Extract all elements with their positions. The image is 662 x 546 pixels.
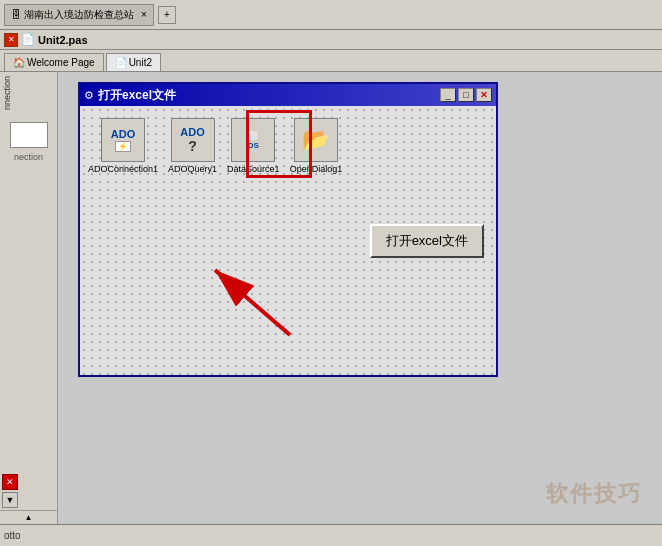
welcome-tab-icon: 🏠 — [13, 57, 25, 68]
dialog-min-btn[interactable]: _ — [440, 88, 456, 102]
dialog-max-btn[interactable]: □ — [458, 88, 474, 102]
tab-unit2[interactable]: 📄 Unit2 — [106, 53, 161, 71]
adoconnection-icon: ADO ⚡ — [101, 118, 145, 162]
dialog-open-button[interactable]: 打开excel文件 — [370, 224, 484, 258]
ide-title-icon: 📄 — [21, 33, 35, 46]
status-label: otto — [4, 530, 21, 541]
welcome-tab-label: Welcome Page — [27, 57, 95, 68]
dialog-close-btn[interactable]: ✕ — [476, 88, 492, 102]
adoquery-label: ADOQuery1 — [168, 164, 217, 174]
unit2-tab-label: Unit2 — [129, 57, 152, 68]
connection-box — [10, 122, 48, 148]
dialog-surface: ADO ⚡ ADOConnection1 ADO ? ADOQuery1 — [80, 106, 496, 375]
unit2-tab-icon: 📄 — [115, 57, 127, 68]
ide-close-icon[interactable]: ✕ — [4, 33, 18, 47]
component-adoquery[interactable]: ADO ? ADOQuery1 — [168, 118, 217, 174]
dialog-titlebar[interactable]: ⚙ 打开excel文件 _ □ ✕ — [80, 84, 496, 106]
component-adoconnection[interactable]: ADO ⚡ ADOConnection1 — [88, 118, 158, 174]
red-arrow — [160, 245, 320, 345]
connection-label: nnection — [0, 72, 57, 114]
tab-welcome[interactable]: 🏠 Welcome Page — [4, 53, 104, 71]
dialog-window: ⚙ 打开excel文件 _ □ ✕ ADO ⚡ ADOConnection1 — [78, 82, 498, 377]
opendialog-icon: 📂 — [294, 118, 338, 162]
component-datasource[interactable]: ⬜ DS DataSource1 — [227, 118, 280, 174]
opendialog-label: OpenDialog1 — [290, 164, 343, 174]
status-bar: otto — [0, 524, 662, 546]
left-panel: nnection nection ✕ ▼ ▲ — [0, 72, 58, 524]
dialog-title-text: 打开excel文件 — [98, 87, 440, 104]
datasource-label: DataSource1 — [227, 164, 280, 174]
ide-title: Unit2.pas — [38, 34, 88, 46]
browser-tab[interactable]: 🗄 湖南出入境边防检查总站 × — [4, 4, 154, 26]
scroll-up[interactable]: ▲ — [0, 510, 57, 524]
browser-tab-close[interactable]: × — [141, 9, 147, 20]
adoconnection-label: ADOConnection1 — [88, 164, 158, 174]
dialog-title-icon: ⚙ — [84, 89, 94, 102]
adoquery-icon: ADO ? — [171, 118, 215, 162]
svg-line-1 — [215, 270, 290, 335]
new-tab-btn[interactable]: + — [158, 6, 176, 24]
edge-btn-down[interactable]: ▼ — [2, 492, 18, 508]
center-area: ⚙ 打开excel文件 _ □ ✕ ADO ⚡ ADOConnection1 — [58, 72, 662, 524]
component-opendialog[interactable]: 📂 OpenDialog1 — [290, 118, 343, 174]
browser-tab-label: 湖南出入境边防检查总站 — [24, 8, 134, 22]
datasource-icon: ⬜ DS — [231, 118, 275, 162]
edge-btn-x[interactable]: ✕ — [2, 474, 18, 490]
browser-tab-icon: 🗄 — [11, 9, 21, 20]
watermark-text: 软件技巧 — [546, 479, 642, 509]
nection-label: nection — [0, 150, 57, 164]
